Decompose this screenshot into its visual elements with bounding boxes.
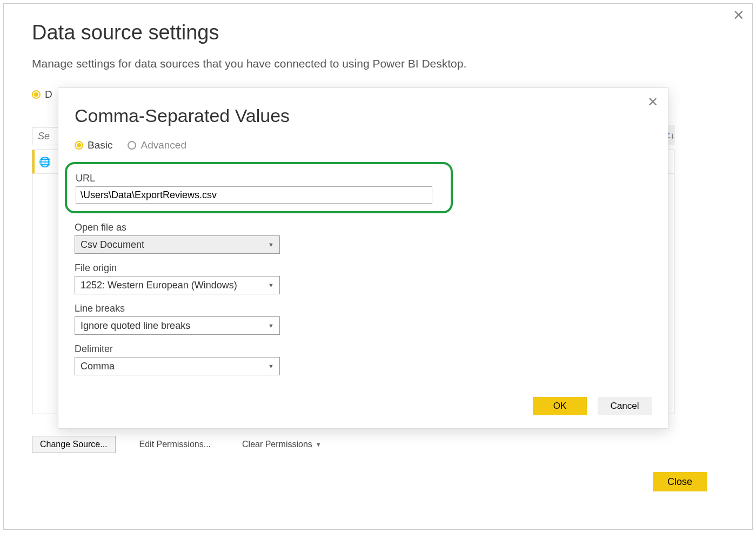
line-breaks-dropdown[interactable]: Ignore quoted line breaks ▼ xyxy=(75,316,280,335)
delimiter-value: Comma xyxy=(81,361,115,372)
page-title: Data source settings xyxy=(32,21,752,44)
mode-advanced-label: Advanced xyxy=(141,139,186,151)
globe-icon: 🌐 xyxy=(39,156,51,168)
radio-icon xyxy=(75,141,83,150)
open-as-dropdown[interactable]: Csv Document ▼ xyxy=(75,235,280,254)
csv-settings-dialog: ✕ Comma-Separated Values Basic Advanced … xyxy=(58,87,668,429)
mode-advanced[interactable]: Advanced xyxy=(128,139,186,151)
scope-label: D xyxy=(45,89,52,100)
cancel-button[interactable]: Cancel xyxy=(598,397,652,415)
mode-radio-group: Basic Advanced xyxy=(75,139,652,151)
close-button[interactable]: Close xyxy=(653,472,707,491)
open-as-label: Open file as xyxy=(75,222,652,233)
url-label: URL xyxy=(76,173,442,184)
file-origin-value: 1252: Western European (Windows) xyxy=(81,280,237,291)
mode-basic-label: Basic xyxy=(88,139,112,151)
file-origin-dropdown[interactable]: 1252: Western European (Windows) ▼ xyxy=(75,276,280,294)
page-subtitle: Manage settings for data sources that yo… xyxy=(32,57,752,70)
close-icon[interactable]: ✕ xyxy=(647,95,658,110)
scope-radio-current[interactable] xyxy=(32,90,41,99)
line-breaks-value: Ignore quoted line breaks xyxy=(81,320,190,332)
ok-button[interactable]: OK xyxy=(533,397,587,415)
action-button-row: Change Source... Edit Permissions... Cle… xyxy=(32,436,329,453)
clear-permissions-button[interactable]: Clear Permissions▼ xyxy=(235,436,329,453)
line-breaks-label: Line breaks xyxy=(75,303,652,314)
radio-icon xyxy=(128,141,136,150)
chevron-down-icon: ▼ xyxy=(268,363,274,369)
chevron-down-icon: ▼ xyxy=(268,241,274,248)
chevron-down-icon: ▼ xyxy=(268,282,274,288)
data-source-settings-dialog: ✕ Data source settings Manage settings f… xyxy=(3,3,753,530)
change-source-button[interactable]: Change Source... xyxy=(32,436,116,453)
delimiter-label: Delimiter xyxy=(75,343,652,355)
file-origin-label: File origin xyxy=(75,262,652,274)
mode-basic[interactable]: Basic xyxy=(75,139,112,151)
chevron-down-icon: ▼ xyxy=(316,441,322,448)
url-highlight-box: URL xyxy=(65,162,453,213)
dialog-title: Comma-Separated Values xyxy=(75,105,652,126)
close-icon[interactable]: ✕ xyxy=(733,8,745,22)
dialog-button-row: OK Cancel xyxy=(533,397,652,415)
url-input[interactable] xyxy=(76,186,432,204)
edit-permissions-button[interactable]: Edit Permissions... xyxy=(132,436,218,453)
chevron-down-icon: ▼ xyxy=(268,322,274,329)
delimiter-dropdown[interactable]: Comma ▼ xyxy=(75,357,280,375)
open-as-value: Csv Document xyxy=(81,239,144,251)
